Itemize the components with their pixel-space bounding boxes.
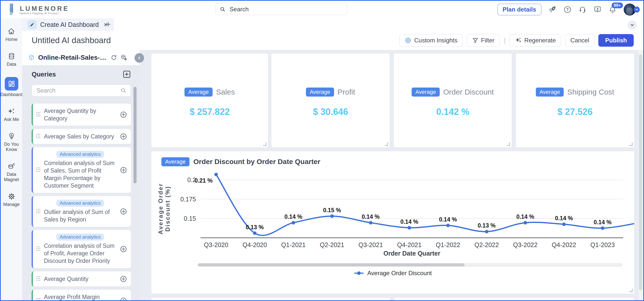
publish-button[interactable]: Publish xyxy=(598,34,634,47)
kpi-card-order-discount[interactable]: Average Order Discount 0.142 % xyxy=(394,53,512,147)
svg-text:Q3-2022: Q3-2022 xyxy=(513,241,537,248)
collapse-panel-button[interactable] xyxy=(135,53,144,63)
queries-search-input[interactable] xyxy=(36,87,120,94)
line-chart-card[interactable]: Average Order Discount by Order Date Qua… xyxy=(151,151,634,294)
queries-panel-body: Queries xyxy=(22,65,140,300)
feedback-icon[interactable] xyxy=(594,6,602,14)
new-tab-button[interactable]: + xyxy=(106,20,111,28)
average-badge: Average xyxy=(306,88,334,97)
tab-create-ai-dashboard[interactable]: Create AI Dashboard × xyxy=(22,18,113,31)
drag-handle-icon[interactable] xyxy=(36,246,41,252)
add-to-dashboard-icon[interactable] xyxy=(119,275,127,283)
average-badge: Average xyxy=(536,88,564,97)
resize-handle[interactable] xyxy=(629,142,632,146)
drag-handle-icon[interactable] xyxy=(36,208,41,214)
resize-handle[interactable] xyxy=(507,142,510,146)
svg-text:Q3-2021: Q3-2021 xyxy=(358,241,383,248)
chart-scrollbar-thumb[interactable] xyxy=(198,263,465,266)
svg-text:Q1-2022: Q1-2022 xyxy=(436,241,460,248)
dashboard-grid-icon xyxy=(8,80,15,88)
kpi-card-shipping-cost[interactable]: Average Shipping Cost $ 27.526 xyxy=(516,53,634,147)
whats-new-rocket-icon[interactable] xyxy=(548,6,556,14)
sidebar-item-data[interactable]: Data xyxy=(7,52,16,67)
sidebar-item-ask-me[interactable]: Ask Me xyxy=(4,107,19,122)
sidebar-item-manage[interactable]: Manage xyxy=(3,192,20,207)
drag-handle-icon[interactable] xyxy=(36,133,41,139)
sidebar-item-home[interactable]: Home xyxy=(5,27,17,42)
advanced-analytics-badge: Advanced analytics xyxy=(56,200,104,207)
add-to-dashboard-icon[interactable] xyxy=(119,111,127,119)
line-chart: 0.20.1750.15Q3-2020Q4-2020Q1-2021Q2-2021… xyxy=(151,173,634,257)
query-list: Average Quantity by Category Average Sal… xyxy=(32,104,131,300)
help-icon[interactable]: ? xyxy=(563,6,571,14)
resize-handle[interactable] xyxy=(263,142,266,146)
page-scrollbar-thumb[interactable] xyxy=(639,54,642,290)
svg-text:Q1-2021: Q1-2021 xyxy=(281,241,305,248)
svg-text:Q2-2021: Q2-2021 xyxy=(320,241,344,248)
dataset-settings-icon[interactable] xyxy=(120,54,127,61)
page-title[interactable]: Untitled AI dashboard xyxy=(32,36,111,45)
global-search-input[interactable] xyxy=(229,6,343,13)
plan-details-button[interactable]: Plan details xyxy=(497,4,541,15)
regenerate-button[interactable]: Regenerate xyxy=(509,34,561,47)
sidebar-item-do-you-know[interactable]: Do You Know xyxy=(1,132,22,152)
page-scrollbar[interactable] xyxy=(638,50,643,300)
support-headset-icon[interactable] xyxy=(578,6,587,14)
bottom-card-right[interactable] xyxy=(394,298,634,301)
refresh-icon[interactable] xyxy=(110,54,117,61)
user-menu-chevron-icon[interactable] xyxy=(634,7,640,13)
kpi-card-profit[interactable]: Average Profit $ 30.646 xyxy=(271,53,390,147)
drag-handle-icon[interactable] xyxy=(36,276,41,282)
filter-button[interactable]: Filter xyxy=(467,34,500,47)
sidebar-item-dashboard[interactable]: Dashboard xyxy=(0,77,22,97)
query-item[interactable]: Average Quantity xyxy=(32,271,131,286)
kpi-title: Sales xyxy=(216,88,235,96)
tabbar-chevron-down-icon[interactable] xyxy=(628,21,637,30)
add-to-dashboard-icon[interactable] xyxy=(119,245,127,253)
header-actions: Custom Insights Filter | Regenerate Canc… xyxy=(399,34,643,47)
insights-icon xyxy=(405,37,412,44)
topbar-actions: Plan details ? xyxy=(497,1,639,18)
query-item[interactable]: Advanced analytics Correlation analysis … xyxy=(32,230,131,268)
global-search[interactable] xyxy=(215,4,347,15)
actions-divider: | xyxy=(504,36,505,44)
average-badge: Average xyxy=(412,88,440,97)
add-query-square-icon[interactable] xyxy=(122,70,131,79)
add-to-dashboard-icon[interactable] xyxy=(119,207,127,215)
bottom-card-left[interactable] xyxy=(151,298,390,301)
data-magnet-icon xyxy=(8,162,16,170)
query-item[interactable]: Average Quantity by Category xyxy=(32,104,131,126)
svg-text:Q4-2020: Q4-2020 xyxy=(242,241,267,248)
drag-handle-icon[interactable] xyxy=(36,298,41,300)
lumenore-logo: LUMENORE Netlink's Flagship AI Product xyxy=(8,3,69,16)
gear-icon xyxy=(8,192,16,200)
kpi-card-sales[interactable]: Average Sales $ 257.822 xyxy=(151,53,268,147)
svg-text:0.14 %: 0.14 % xyxy=(284,213,302,220)
dataset-name[interactable]: Online-Retail-Sales-dataset… xyxy=(38,54,107,61)
sidebar-item-data-magnet[interactable]: Data Magnet xyxy=(1,162,22,182)
queries-panel: Online-Retail-Sales-dataset… Queries xyxy=(22,50,140,300)
user-menu[interactable] xyxy=(624,4,639,16)
query-item[interactable]: Average Profit Margin Percentage xyxy=(32,290,131,300)
notifications-bell-icon[interactable]: 99+ xyxy=(609,6,617,14)
add-to-dashboard-icon[interactable] xyxy=(119,297,127,300)
svg-text:0.14 %: 0.14 % xyxy=(555,215,573,221)
chart-horizontal-scrollbar[interactable] xyxy=(198,263,622,267)
add-to-dashboard-icon[interactable] xyxy=(119,132,127,140)
resize-handle[interactable] xyxy=(385,142,388,146)
queries-search[interactable] xyxy=(32,85,131,97)
query-item[interactable]: Average Sales by Category xyxy=(32,129,131,144)
drag-handle-icon[interactable] xyxy=(36,167,41,173)
svg-text:0.13 %: 0.13 % xyxy=(478,222,496,229)
svg-text:Q4-2021: Q4-2021 xyxy=(397,241,421,248)
panel-scrollbar-thumb[interactable] xyxy=(134,87,137,183)
cancel-button[interactable]: Cancel xyxy=(565,34,595,47)
resize-handle[interactable] xyxy=(629,289,632,292)
chart-legend[interactable]: Average Order Discount xyxy=(151,270,634,277)
add-to-dashboard-icon[interactable] xyxy=(119,166,127,174)
drag-handle-icon[interactable] xyxy=(36,112,41,118)
custom-insights-button[interactable]: Custom Insights xyxy=(399,34,463,47)
query-item[interactable]: Advanced analytics Correlation analysis … xyxy=(32,147,131,193)
kpi-value: $ 257.822 xyxy=(151,107,268,117)
query-item[interactable]: Advanced analytics Outlier analysis of S… xyxy=(32,196,131,227)
